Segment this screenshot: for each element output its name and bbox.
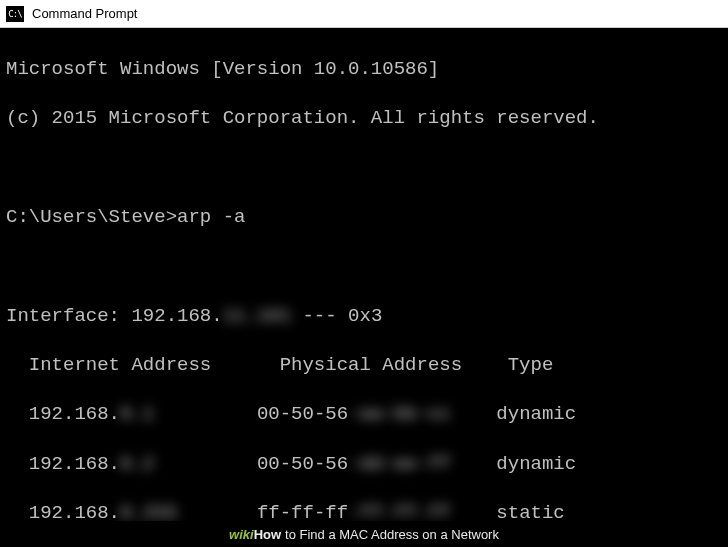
redacted: -aa-bb-cc (348, 403, 451, 425)
command-arp: arp -a (177, 206, 245, 228)
wikihow-logo-wiki: wiki (229, 527, 254, 542)
cmd-icon: C:\ (6, 6, 24, 22)
header-type: Type (508, 354, 554, 376)
caption-bar: wikiHow to Find a MAC Address on a Netwo… (0, 521, 728, 547)
prompt-path: C:\Users\Steve> (6, 206, 177, 228)
redacted: 0.2 (120, 453, 188, 475)
terminal-output[interactable]: Microsoft Windows [Version 10.0.10586] (… (0, 28, 728, 547)
prompt-line-1: C:\Users\Steve>arp -a (6, 205, 722, 230)
arp-row: 192.168.0.2 00-50-56-dd-ee-ff dynamic (6, 452, 722, 477)
wikihow-logo-how: How (254, 527, 281, 542)
blank-line (6, 254, 722, 279)
header-internet: Internet Address (6, 354, 211, 376)
interface-line: Interface: 192.168.11.101 --- 0x3 (6, 304, 722, 329)
redacted: 11.101 (223, 305, 291, 327)
version-line: Microsoft Windows [Version 10.0.10586] (6, 57, 722, 82)
header-physical: Physical Address (280, 354, 462, 376)
caption-text: to Find a MAC Address on a Network (285, 527, 499, 542)
window-titlebar: C:\ Command Prompt (0, 0, 728, 28)
arp-header: Internet Address Physical Address Type (6, 353, 722, 378)
window-title: Command Prompt (32, 6, 137, 21)
blank-line (6, 155, 722, 180)
arp-row: 192.168.0.1 00-50-56-aa-bb-cc dynamic (6, 402, 722, 427)
redacted: -dd-ee-ff (348, 453, 451, 475)
copyright-line: (c) 2015 Microsoft Corporation. All righ… (6, 106, 722, 131)
redacted: 0.1 (120, 403, 188, 425)
